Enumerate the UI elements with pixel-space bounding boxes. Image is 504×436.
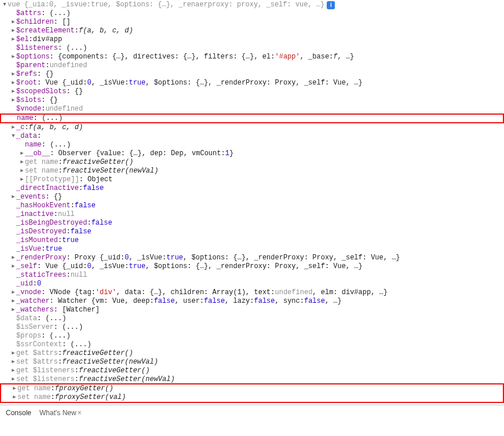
tree-row[interactable]: ▼_data: xyxy=(0,132,504,141)
tree-row[interactable]: ▶get name: f reactiveGetter() xyxy=(0,158,504,167)
tree-row[interactable]: ▶_isMounted: true xyxy=(0,236,504,245)
tree-row[interactable]: ▶$createElement: f (a, b, c, d) xyxy=(0,27,504,35)
tree-row[interactable]: ▶__ob__: Observer {value: {…}, dep: Dep,… xyxy=(0,149,504,158)
expand-arrow-icon[interactable]: ▶ xyxy=(10,70,16,79)
tree-row[interactable]: ▶$props: (...) xyxy=(0,332,504,340)
expand-arrow-icon[interactable]: ▶ xyxy=(10,18,16,27)
tree-row[interactable]: ▶_events: {} xyxy=(0,193,504,201)
tree-row[interactable]: ▶$options: {components: {…}, directives:… xyxy=(0,53,504,61)
highlight-box: ▶get name: f proxyGetter()▶set name: f p… xyxy=(0,383,504,403)
expand-arrow-icon[interactable]: ▶ xyxy=(10,193,16,201)
expand-arrow-icon[interactable]: ▶ xyxy=(19,158,25,167)
tree-row[interactable]: ▶$scopedSlots: {} xyxy=(0,87,504,96)
tree-row[interactable]: ▶_hasHookEvent: false xyxy=(0,201,504,210)
tree-row[interactable]: ▶_c: f (a, b, c, d) xyxy=(0,123,504,132)
expand-arrow-icon[interactable]: ▶ xyxy=(10,35,16,44)
tree-row[interactable]: ▶_renderProxy: Proxy {_uid: 0, _isVue: t… xyxy=(0,254,504,262)
expand-arrow-icon[interactable]: ▶ xyxy=(12,384,17,393)
tree-row[interactable]: ▶_watcher: Watcher {vm: Vue, deep: false… xyxy=(0,297,504,306)
tree-row[interactable]: ▶$refs: {} xyxy=(0,70,504,79)
expand-arrow-icon[interactable]: ▶ xyxy=(10,53,16,61)
tree-row[interactable]: ▶$ssrContext: (...) xyxy=(0,340,504,349)
tree-row[interactable]: ▶_inactive: null xyxy=(0,210,504,219)
expand-arrow-icon[interactable]: ▶ xyxy=(10,297,16,306)
drawer-tabs: Console What's New× xyxy=(0,405,504,420)
tab-console[interactable]: Console xyxy=(6,408,31,419)
tab-whats-new[interactable]: What's New× xyxy=(39,408,82,419)
tree-row[interactable]: ▶$data: (...) xyxy=(0,314,504,323)
tree-row[interactable]: ▶$el: div#app xyxy=(0,35,504,44)
expand-arrow-icon[interactable]: ▶ xyxy=(10,288,16,297)
expand-arrow-icon[interactable]: ▶ xyxy=(10,306,16,314)
tree-row[interactable]: ▶$root: Vue {_uid: 0, _isVue: true, $opt… xyxy=(0,79,504,87)
info-icon[interactable]: i xyxy=(327,1,335,9)
tree-row[interactable]: ▶_directInactive: false xyxy=(0,184,504,193)
tree-row[interactable]: ▶_isDestroyed: false xyxy=(0,228,504,236)
tree-row[interactable]: ▶name: (...) xyxy=(0,141,504,149)
tree-row[interactable]: ▶[[Prototype]]: Object xyxy=(0,175,504,184)
tree-row[interactable]: ▼vue {_uia: 0, _isvue: true, $options: {… xyxy=(0,1,504,9)
expand-arrow-icon[interactable]: ▶ xyxy=(10,358,16,367)
expand-arrow-icon[interactable]: ▶ xyxy=(12,393,17,402)
expand-arrow-icon[interactable]: ▶ xyxy=(19,149,25,158)
tree-row[interactable]: ▶_isBeingDestroyed: false xyxy=(0,219,504,228)
expand-arrow-icon[interactable]: ▶ xyxy=(10,87,16,96)
tree-row[interactable]: ▶set name: f reactiveSetter(newVal) xyxy=(0,167,504,175)
tree-row[interactable]: ▶$parent: undefined xyxy=(0,61,504,70)
tree-row[interactable]: ▶$isServer: (...) xyxy=(0,323,504,332)
tree-row[interactable]: ▶$listeners: (...) xyxy=(0,44,504,53)
expand-arrow-icon[interactable]: ▶ xyxy=(10,375,16,384)
tree-row[interactable]: ▶$slots: {} xyxy=(0,96,504,105)
expand-arrow-icon[interactable]: ▼ xyxy=(2,1,8,9)
tree-row[interactable]: ▶$children: [] xyxy=(0,18,504,27)
close-icon[interactable]: × xyxy=(78,409,82,417)
tree-row[interactable]: ▶_vnode: VNode {tag: 'div', data: {…}, c… xyxy=(0,288,504,297)
expand-arrow-icon[interactable]: ▶ xyxy=(10,254,16,262)
tree-row[interactable]: ▶_self: Vue {_uid: 0, _isVue: true, $opt… xyxy=(0,262,504,271)
tree-row[interactable]: ▶$attrs: (...) xyxy=(0,9,504,18)
expand-arrow-icon[interactable]: ▶ xyxy=(10,79,16,87)
tree-row[interactable]: ▶_staticTrees: null xyxy=(0,271,504,280)
expand-arrow-icon[interactable]: ▶ xyxy=(19,175,25,184)
expand-arrow-icon[interactable]: ▶ xyxy=(10,96,16,105)
expand-arrow-icon[interactable]: ▼ xyxy=(10,132,16,141)
expand-arrow-icon[interactable]: ▶ xyxy=(10,349,16,358)
tree-row[interactable]: ▶get $listeners: f reactiveGetter() xyxy=(0,367,504,375)
tree-row[interactable]: ▶_isVue: true xyxy=(0,245,504,254)
tree-row[interactable]: ▶_uid: 0 xyxy=(0,280,504,288)
tree-row[interactable]: ▶get name: f proxyGetter() xyxy=(1,384,502,393)
tree-row[interactable]: ▶$vnode: undefined xyxy=(0,105,504,113)
object-tree[interactable]: ▼vue {_uia: 0, _isvue: true, $options: {… xyxy=(0,0,504,403)
tree-row[interactable]: ▶set $attrs: f reactiveSetter(newVal) xyxy=(0,358,504,367)
tree-row[interactable]: ▶set name: f proxySetter(val) xyxy=(1,393,502,402)
tree-row[interactable]: ▶get $attrs: f reactiveGetter() xyxy=(0,349,504,358)
expand-arrow-icon[interactable]: ▶ xyxy=(19,167,25,175)
expand-arrow-icon[interactable]: ▶ xyxy=(10,123,16,132)
tree-row[interactable]: ▶name: (...) xyxy=(0,113,504,123)
tree-row[interactable]: ▶_watchers: [Watcher] xyxy=(0,306,504,314)
expand-arrow-icon[interactable]: ▶ xyxy=(10,262,16,271)
expand-arrow-icon[interactable]: ▶ xyxy=(10,27,16,35)
expand-arrow-icon[interactable]: ▶ xyxy=(10,367,16,375)
tree-row[interactable]: ▶set $listeners: f reactiveSetter(newVal… xyxy=(0,375,504,384)
